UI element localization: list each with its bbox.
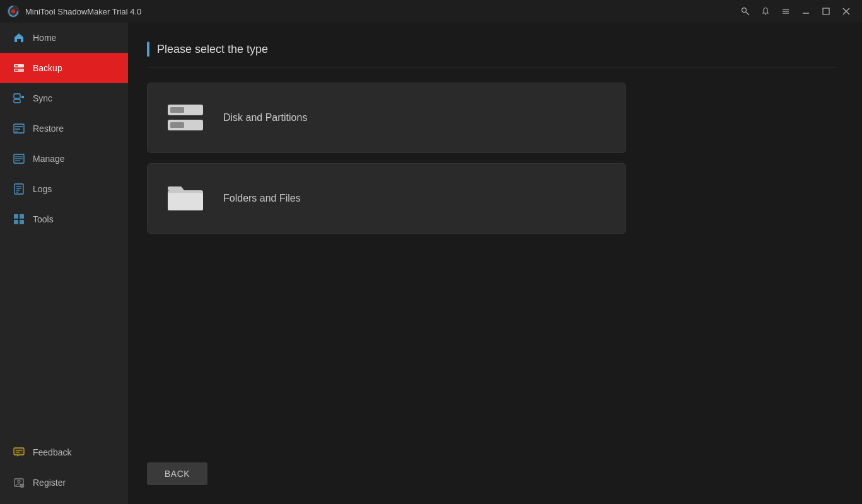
sidebar-item-sync-label: Sync (33, 93, 52, 103)
svg-rect-19 (15, 126, 23, 127)
sidebar: Home Backup Sync (0, 23, 128, 504)
sidebar-item-backup[interactable]: Backup (0, 53, 128, 83)
section-title: Please select the type (147, 42, 837, 67)
disk-partitions-label: Disk and Partitions (223, 112, 307, 123)
feedback-icon (13, 446, 25, 459)
sync-icon (13, 92, 25, 105)
app-title: MiniTool ShadowMaker Trial 4.0 (25, 7, 736, 16)
folders-files-icon (166, 183, 204, 214)
disk-partitions-icon (166, 102, 204, 134)
svg-rect-8 (823, 8, 829, 14)
sidebar-item-register[interactable]: Register (0, 467, 128, 498)
folders-files-label: Folders and Files (223, 193, 301, 204)
svg-rect-47 (170, 122, 184, 128)
back-button[interactable]: BACK (147, 462, 207, 485)
sidebar-item-logs[interactable]: Logs (0, 174, 128, 204)
sidebar-item-manage-label: Manage (33, 154, 65, 164)
manage-icon (13, 152, 25, 165)
sidebar-item-sync[interactable]: Sync (0, 83, 128, 113)
svg-rect-25 (15, 160, 20, 161)
svg-rect-31 (14, 214, 18, 219)
section-title-text: Please select the type (157, 43, 268, 56)
svg-rect-17 (21, 96, 24, 98)
svg-rect-14 (15, 70, 18, 71)
sidebar-item-restore-label: Restore (33, 123, 64, 134)
sidebar-item-backup-label: Backup (33, 63, 62, 73)
svg-rect-23 (15, 156, 23, 158)
section-title-bar (147, 42, 149, 57)
register-icon (13, 476, 25, 489)
svg-point-1 (11, 9, 15, 13)
maximize-btn[interactable] (817, 2, 836, 21)
svg-rect-49 (168, 193, 203, 210)
sidebar-item-tools-label: Tools (33, 214, 54, 224)
window-controls (736, 2, 856, 21)
svg-rect-13 (15, 66, 18, 67)
sidebar-item-restore[interactable]: Restore (0, 113, 128, 144)
disk-partitions-card[interactable]: Disk and Partitions (147, 83, 626, 153)
svg-point-2 (742, 8, 747, 13)
sidebar-item-home[interactable]: Home (0, 23, 128, 53)
content-area: Please select the type Disk and Partitio… (128, 23, 862, 504)
sidebar-item-manage[interactable]: Manage (0, 144, 128, 174)
menu-icon-btn[interactable] (776, 2, 795, 21)
title-bar: MiniTool ShadowMaker Trial 4.0 (0, 0, 862, 23)
minimize-btn[interactable] (796, 2, 815, 21)
sidebar-item-home-label: Home (33, 33, 56, 43)
svg-rect-15 (14, 94, 20, 98)
restore-icon (13, 122, 25, 135)
tools-icon (13, 213, 25, 226)
app-logo (6, 4, 20, 18)
key-icon-btn[interactable] (736, 2, 755, 21)
close-btn[interactable] (837, 2, 856, 21)
sidebar-item-tools[interactable]: Tools (0, 204, 128, 234)
svg-rect-24 (15, 158, 23, 159)
home-icon (13, 32, 25, 44)
sidebar-item-logs-label: Logs (33, 184, 52, 194)
svg-point-40 (18, 480, 20, 483)
svg-rect-26 (15, 184, 23, 194)
sidebar-item-feedback-label: Feedback (33, 447, 71, 457)
svg-rect-45 (170, 107, 184, 113)
svg-rect-20 (15, 129, 20, 130)
svg-line-3 (746, 12, 750, 16)
folders-files-card[interactable]: Folders and Files (147, 163, 626, 234)
svg-rect-34 (20, 220, 24, 224)
bell-icon-btn[interactable] (756, 2, 775, 21)
sidebar-item-feedback[interactable]: Feedback (0, 437, 128, 467)
backup-icon (13, 62, 25, 74)
sidebar-item-register-label: Register (33, 478, 66, 488)
svg-rect-32 (20, 214, 24, 219)
svg-rect-21 (15, 131, 18, 132)
svg-rect-33 (14, 220, 18, 224)
svg-rect-36 (14, 448, 24, 455)
logs-icon (13, 183, 25, 195)
svg-rect-16 (14, 100, 20, 103)
